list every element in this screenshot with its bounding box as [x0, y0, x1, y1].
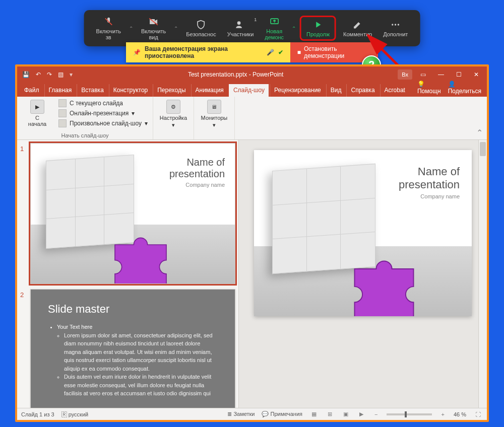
from-current-button[interactable]: С текущего слайда: [57, 99, 149, 108]
slide-canvas[interactable]: Name ofpresentation Company name: [254, 150, 472, 316]
more-button[interactable]: Дополнит: [379, 17, 412, 39]
online-icon: [58, 109, 67, 117]
share-button[interactable]: 👤 Поделиться: [448, 81, 481, 95]
shield-mini-icon: ✔: [278, 49, 283, 56]
qat-dropdown-icon[interactable]: ▾: [70, 71, 73, 78]
ribbon-group-start: ▶ С начала С текущего слайда Онлайн-през…: [17, 97, 153, 139]
tab-design[interactable]: Конструктор: [109, 84, 152, 97]
undo-icon[interactable]: ↶: [36, 71, 41, 78]
tab-transitions[interactable]: Переходы: [153, 84, 190, 97]
fit-window-icon[interactable]: ⛶: [473, 410, 483, 418]
svg-point-3: [395, 24, 396, 25]
custom-show-button[interactable]: Произвольное слайд-шоу ▾: [57, 119, 149, 128]
tab-file[interactable]: Файл: [20, 84, 43, 97]
chevron-down-icon: ▾: [172, 122, 175, 128]
zoom-level[interactable]: 46 %: [454, 411, 466, 417]
online-present-button[interactable]: Онлайн-презентация ▾: [57, 109, 149, 118]
maximize-icon[interactable]: ☐: [452, 69, 466, 80]
zoom-slider[interactable]: [387, 413, 432, 415]
share-paused-banner: 📌 Ваша демонстрация экрана приостановлен…: [126, 42, 290, 62]
monitors-icon: 🖥: [207, 100, 221, 114]
signin-button[interactable]: Вх: [398, 69, 412, 80]
mic-muted-mini-icon: 🎤: [267, 49, 274, 56]
tab-home[interactable]: Главная: [44, 84, 76, 97]
setup-icon: ⚙: [166, 100, 180, 114]
banner-text: Ваша демонстрация экрана приостановлена: [145, 45, 263, 59]
view-sorter-icon[interactable]: ⊞: [326, 410, 334, 418]
svg-point-4: [398, 24, 399, 25]
tab-insert[interactable]: Вставка: [77, 84, 108, 97]
video-chevron[interactable]: ⌃: [173, 26, 179, 31]
tell-me[interactable]: 💡 Помощн: [417, 81, 441, 95]
comments-toggle[interactable]: 💬 Примечания: [262, 411, 302, 417]
security-button[interactable]: Безопаснос: [182, 17, 220, 39]
quick-access-toolbar: 💾 ↶ ↷ ▧ ▾: [17, 71, 78, 78]
minimize-icon[interactable]: —: [434, 69, 448, 80]
comment-button[interactable]: Комментир: [339, 17, 376, 39]
zoom-toolbar: Включить зв ⌃ Включить вид ⌃ Безопаснос …: [84, 10, 420, 46]
status-lang[interactable]: 🇷 русский: [61, 411, 89, 417]
ribbon-group-setup: ⚙ Настройка▾: [153, 97, 194, 139]
chevron-down-icon: ▾: [145, 120, 148, 127]
close-icon[interactable]: ✕: [470, 69, 483, 80]
setup-button[interactable]: ⚙ Настройка▾: [157, 99, 190, 129]
video-button[interactable]: Включить вид: [137, 14, 170, 42]
status-slide: Слайд 1 из 3: [21, 411, 54, 417]
chevron-down-icon: ▾: [132, 110, 135, 117]
ribbon-body: ▶ С начала С текущего слайда Онлайн-през…: [17, 97, 487, 140]
participants-count: 1: [254, 17, 257, 22]
ellipsis-icon: [391, 19, 401, 30]
from-beginning-icon: ▶: [30, 100, 44, 114]
tab-review[interactable]: Рецензирование: [270, 84, 325, 97]
slideshow-qat-icon[interactable]: ▧: [58, 71, 64, 78]
thumbnails-pane[interactable]: 1 Name ofprese: [17, 140, 239, 408]
pencil-icon: [353, 19, 363, 30]
powerpoint-window: 💾 ↶ ↷ ▧ ▾ Test presentation.pptx - Power…: [15, 64, 489, 422]
tab-acrobat[interactable]: Acrobat: [380, 84, 409, 97]
notes-toggle[interactable]: ≣ Заметки: [227, 411, 255, 417]
status-bar: Слайд 1 из 3 🇷 русский ≣ Заметки 💬 Приме…: [17, 408, 487, 420]
ribbon-group-monitors: 🖥 Мониторы▾: [194, 97, 235, 139]
svg-point-2: [392, 24, 393, 25]
new-share-button[interactable]: Новая демонс: [261, 14, 288, 42]
share-chevron[interactable]: ⌃: [291, 26, 297, 31]
group-label-start: Начать слайд-шоу: [21, 131, 149, 138]
mute-button[interactable]: Включить зв: [92, 14, 125, 42]
share-screen-icon: [269, 16, 279, 27]
chevron-down-icon: ▾: [213, 122, 216, 128]
stop-icon: ■: [297, 49, 301, 56]
tab-view[interactable]: Вид: [326, 84, 346, 97]
monitors-button[interactable]: 🖥 Мониторы▾: [198, 99, 230, 129]
save-icon[interactable]: 💾: [22, 71, 30, 78]
redo-icon[interactable]: ↷: [47, 71, 52, 78]
tab-help[interactable]: Справка: [346, 84, 379, 97]
tab-slideshow[interactable]: Слайд-шоу: [229, 84, 269, 97]
workarea: 1 Name ofprese: [17, 140, 487, 408]
view-slideshow-icon[interactable]: ▶: [357, 410, 365, 418]
play-icon: [313, 19, 323, 30]
continue-button[interactable]: Продолж: [300, 16, 336, 41]
view-reading-icon[interactable]: ▣: [341, 410, 350, 418]
pin-icon: 📌: [133, 49, 141, 56]
zoom-in-icon[interactable]: +: [439, 410, 446, 418]
thumbnail-1[interactable]: 1 Name ofprese: [20, 143, 235, 284]
microphone-muted-icon: [103, 16, 113, 27]
tab-animation[interactable]: Анимация: [191, 84, 228, 97]
thumbnail-2[interactable]: 2 Slide master Your Text here Lorem ipsu…: [20, 289, 235, 408]
people-icon: [235, 19, 245, 30]
editor-scrollbar[interactable]: [478, 140, 487, 408]
ribbon-tabs: Файл Главная Вставка Конструктор Переход…: [17, 83, 487, 97]
camera-off-icon: [149, 16, 159, 27]
from-current-icon: [58, 99, 67, 107]
mute-chevron[interactable]: ⌃: [128, 26, 134, 31]
custom-show-icon: [58, 119, 67, 127]
participants-button[interactable]: 1 Участники: [223, 17, 258, 39]
slide-editor[interactable]: Name ofpresentation Company name: [239, 140, 487, 408]
svg-point-0: [237, 21, 241, 25]
collapse-ribbon-icon[interactable]: ⌃: [476, 128, 483, 137]
zoom-out-icon[interactable]: −: [372, 410, 380, 418]
ribbon-display-icon[interactable]: ▭: [416, 69, 430, 80]
view-normal-icon[interactable]: ▦: [309, 410, 319, 418]
shield-icon: [196, 19, 206, 30]
from-beginning-button[interactable]: ▶ С начала: [21, 99, 53, 128]
